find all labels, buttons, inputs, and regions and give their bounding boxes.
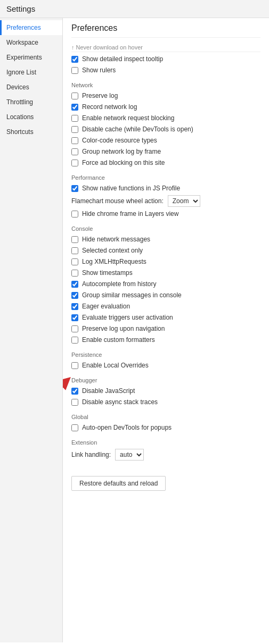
restore-defaults-button[interactable]: Restore defaults and reload <box>71 476 166 491</box>
main-content: Preferences ↑ Never download on hover Sh… <box>63 18 269 642</box>
auto-open-devtools-checkbox[interactable] <box>71 424 78 431</box>
checkbox-enable-network-request-blocking: Enable network request blocking <box>71 114 260 122</box>
preserve-log-label: Preserve log <box>82 92 118 99</box>
page-title: Preferences <box>71 18 260 38</box>
show-rulers-checkbox[interactable] <box>71 67 78 74</box>
preserve-log-upon-navigation-checkbox[interactable] <box>71 325 78 332</box>
link-handling-row: Link handling: auto <box>71 449 260 461</box>
checkbox-group-network-log: Group network log by frame <box>71 147 260 156</box>
selected-context-only-label: Selected context only <box>82 247 143 254</box>
console-section-label: Console <box>71 225 260 232</box>
persistence-section-label: Persistence <box>71 352 260 358</box>
global-section-label: Global <box>71 414 260 420</box>
enable-custom-formatters-checkbox[interactable] <box>71 337 78 344</box>
sidebar-item-devices[interactable]: Devices <box>0 80 62 95</box>
checkbox-eager-evaluation: Eager evaluation <box>71 302 260 311</box>
extension-section-label: Extension <box>71 439 260 446</box>
checkbox-auto-open-devtools: Auto-open DevTools for popups <box>71 423 260 432</box>
force-ad-blocking-label: Force ad blocking on this site <box>82 159 165 166</box>
auto-open-devtools-label: Auto-open DevTools for popups <box>82 424 172 431</box>
show-rulers-label: Show rulers <box>82 66 116 74</box>
autocomplete-from-history-label: Autocomplete from history <box>82 280 156 288</box>
show-native-functions-checkbox[interactable] <box>71 185 78 192</box>
checkbox-preserve-log-upon-navigation: Preserve log upon navigation <box>71 324 260 333</box>
network-section-label: Network <box>71 82 260 88</box>
app-title: Settings <box>6 4 35 13</box>
flamechart-row: Flamechart mouse wheel action: Zoom Scro… <box>71 195 260 207</box>
group-network-log-label: Group network log by frame <box>82 148 161 155</box>
sidebar-item-ignore-list[interactable]: Ignore List <box>0 65 62 80</box>
link-handling-select[interactable]: auto <box>115 449 144 461</box>
flamechart-select[interactable]: Zoom Scroll <box>168 195 200 207</box>
color-code-resource-types-label: Color-code resource types <box>82 137 157 144</box>
flamechart-label: Flamechart mouse wheel action: <box>71 197 164 205</box>
eager-evaluation-label: Eager evaluation <box>82 303 130 310</box>
checkbox-disable-javascript: Disable JavaScript <box>71 387 260 395</box>
eager-evaluation-checkbox[interactable] <box>71 303 78 310</box>
checkbox-hide-network-messages: Hide network messages <box>71 235 260 244</box>
show-native-functions-label: Show native functions in JS Profile <box>82 185 180 192</box>
app-header: Settings <box>0 0 269 18</box>
hide-network-messages-label: Hide network messages <box>82 236 150 243</box>
log-xmlhttprequests-label: Log XMLHttpRequests <box>82 258 146 265</box>
log-xmlhttprequests-checkbox[interactable] <box>71 258 78 265</box>
svg-line-1 <box>63 381 66 405</box>
checkbox-preserve-log: Preserve log <box>71 91 260 100</box>
sidebar-item-experiments[interactable]: Experiments <box>0 50 62 65</box>
enable-local-overrides-label: Enable Local Overrides <box>82 362 149 369</box>
checkbox-record-network-log: Record network log <box>71 103 260 111</box>
show-timestamps-checkbox[interactable] <box>71 270 78 277</box>
record-network-log-checkbox[interactable] <box>71 104 78 111</box>
checkbox-enable-local-overrides: Enable Local Overrides <box>71 361 260 370</box>
checkbox-disable-cache: Disable cache (while DevTools is open) <box>71 125 260 133</box>
enable-custom-formatters-label: Enable custom formatters <box>82 336 155 344</box>
disable-cache-label: Disable cache (while DevTools is open) <box>82 126 193 133</box>
sidebar-item-locations[interactable]: Locations <box>0 110 62 124</box>
debugger-arrow-container: Disable JavaScript <box>71 387 260 395</box>
autocomplete-from-history-checkbox[interactable] <box>71 281 78 288</box>
show-detailed-inspect-checkbox[interactable] <box>71 56 78 63</box>
sidebar-item-workspace[interactable]: Workspace <box>0 35 62 50</box>
selected-context-only-checkbox[interactable] <box>71 247 78 254</box>
checkbox-evaluate-triggers-user-activation: Evaluate triggers user activation <box>71 313 260 322</box>
checkbox-autocomplete-from-history: Autocomplete from history <box>71 280 260 288</box>
sidebar-item-throttling[interactable]: Throttling <box>0 95 62 110</box>
disable-javascript-label: Disable JavaScript <box>82 387 135 395</box>
hide-network-messages-checkbox[interactable] <box>71 236 78 243</box>
show-detailed-inspect-label: Show detailed inspect tooltip <box>82 55 163 63</box>
group-similar-messages-checkbox[interactable] <box>71 292 78 299</box>
performance-section-label: Performance <box>71 174 260 181</box>
enable-local-overrides-checkbox[interactable] <box>71 362 78 369</box>
checkbox-force-ad-blocking: Force ad blocking on this site <box>71 158 260 167</box>
color-code-resource-types-checkbox[interactable] <box>71 137 78 144</box>
group-network-log-checkbox[interactable] <box>71 148 78 155</box>
checkbox-selected-context-only: Selected context only <box>71 246 260 255</box>
disable-async-stack-traces-label: Disable async stack traces <box>82 398 158 406</box>
checkbox-log-xmlhttprequests: Log XMLHttpRequests <box>71 257 260 266</box>
checkbox-hide-chrome-frame: Hide chrome frame in Layers view <box>71 210 260 218</box>
enable-network-request-blocking-checkbox[interactable] <box>71 115 78 122</box>
evaluate-triggers-user-activation-checkbox[interactable] <box>71 314 78 321</box>
hide-chrome-frame-label: Hide chrome frame in Layers view <box>82 210 178 218</box>
sidebar-item-shortcuts[interactable]: Shortcuts <box>0 124 62 139</box>
checkbox-enable-custom-formatters: Enable custom formatters <box>71 336 260 344</box>
sidebar-item-preferences[interactable]: Preferences <box>0 20 62 35</box>
checkbox-show-rulers: Show rulers <box>71 66 260 74</box>
disable-async-stack-traces-checkbox[interactable] <box>71 399 78 406</box>
sidebar: Preferences Workspace Experiments Ignore… <box>0 18 63 642</box>
checkbox-color-code-resource-types: Color-code resource types <box>71 136 260 145</box>
scroll-hint: ↑ Never download on hover <box>71 42 260 52</box>
evaluate-triggers-user-activation-label: Evaluate triggers user activation <box>82 314 173 321</box>
disable-javascript-checkbox[interactable] <box>71 388 78 395</box>
checkbox-show-timestamps: Show timestamps <box>71 269 260 277</box>
disable-cache-checkbox[interactable] <box>71 126 78 133</box>
show-timestamps-label: Show timestamps <box>82 269 133 277</box>
debugger-section-label: Debugger <box>71 377 260 383</box>
preserve-log-checkbox[interactable] <box>71 93 78 99</box>
force-ad-blocking-checkbox[interactable] <box>71 160 78 166</box>
record-network-log-label: Record network log <box>82 103 137 111</box>
checkbox-group-similar-messages: Group similar messages in console <box>71 291 260 299</box>
link-handling-label: Link handling: <box>71 451 111 458</box>
hide-chrome-frame-checkbox[interactable] <box>71 211 78 218</box>
checkbox-show-detailed-inspect: Show detailed inspect tooltip <box>71 55 260 63</box>
